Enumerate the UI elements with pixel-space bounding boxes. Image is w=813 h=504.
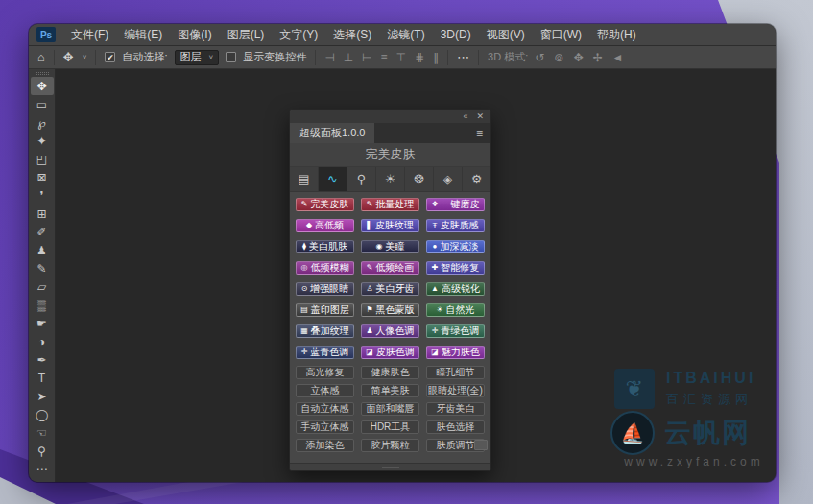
quick-selection-tool-icon[interactable]: ✦ (31, 132, 54, 150)
align-top-icon[interactable]: ≡ (381, 52, 388, 63)
color-action-button[interactable]: ✛ 青绿色调 (426, 324, 485, 338)
show-transform-checkbox[interactable] (226, 52, 236, 62)
menu-item[interactable]: 编辑(E) (116, 24, 170, 46)
plain-action-button[interactable]: 立体感 (296, 384, 354, 397)
menu-item[interactable]: 滤镜(T) (379, 24, 432, 46)
menu-item[interactable]: 3D(D) (433, 24, 479, 46)
plain-action-button[interactable]: 手动立体感 (296, 420, 354, 434)
color-action-button[interactable]: ▦ 叠加纹理 (296, 324, 354, 338)
plain-action-button[interactable]: 面部和嘴唇 (361, 402, 419, 416)
zoom-tool-icon[interactable]: ⚲ (31, 442, 54, 460)
panel-menu-icon[interactable]: ≡ (468, 123, 490, 143)
lasso-tool-icon[interactable]: ℘ (31, 113, 54, 132)
menu-item[interactable]: 选择(S) (325, 24, 379, 46)
scrollbar-thumb[interactable] (474, 440, 488, 450)
color-action-button[interactable]: ◪ 魅力肤色 (426, 346, 485, 359)
collapse-panel-icon[interactable]: « (463, 112, 467, 121)
close-panel-icon[interactable]: ✕ (476, 112, 484, 121)
menu-item[interactable]: 文字(Y) (272, 24, 325, 46)
pulse-tab-icon[interactable]: ∿ (319, 167, 347, 191)
color-action-button[interactable]: ⊙ 增强眼睛 (296, 282, 354, 296)
plain-action-button[interactable]: 肤色选择 (426, 420, 485, 434)
color-action-button[interactable]: ✎ 低频绘画 (361, 261, 419, 275)
menu-item[interactable]: 图像(I) (170, 24, 219, 46)
eyedropper-tool-icon[interactable]: ❜ (31, 186, 54, 204)
plain-action-button[interactable]: 胶片颗粒 (361, 439, 419, 452)
history-brush-tool-icon[interactable]: ✎ (31, 259, 54, 277)
move-tool-preset-icon[interactable]: ✥ (63, 51, 74, 63)
menu-item[interactable]: 视图(V) (479, 24, 533, 46)
document-tab-icon[interactable]: ▤ (290, 167, 319, 191)
move-tool-icon[interactable]: ✥ (31, 77, 54, 95)
crop-tool-icon[interactable]: ◰ (31, 150, 54, 168)
color-action-button[interactable]: ✛ 蓝青色调 (296, 346, 354, 359)
path-selection-tool-icon[interactable]: ➤ (31, 387, 54, 405)
type-tool-icon[interactable]: T (31, 369, 54, 387)
more-options-icon[interactable]: ⋯ (457, 51, 469, 63)
color-action-button[interactable]: ✚ 智能修复 (426, 261, 485, 275)
frame-tool-icon[interactable]: ⊠ (31, 168, 54, 186)
align-right-icon[interactable]: ⊢ (362, 52, 371, 63)
smudge-tool-icon[interactable]: ☛ (31, 314, 54, 332)
color-action-button[interactable]: ▲ 高级锐化 (426, 282, 485, 296)
marquee-tool-icon[interactable]: ▭ (31, 95, 54, 113)
align-left-icon[interactable]: ⊣ (324, 52, 334, 63)
plain-action-button[interactable]: 健康肤色 (361, 366, 419, 379)
plain-action-button[interactable]: 瞳孔细节 (426, 366, 485, 379)
pan-3d-camera-icon[interactable]: ✥ (573, 52, 583, 63)
plain-action-button[interactable]: 自动立体感 (296, 402, 354, 416)
color-action-button[interactable]: ⚑ 黑色蒙版 (361, 303, 419, 317)
color-action-button[interactable]: ✎ 批量处理 (361, 198, 419, 211)
plain-action-button[interactable]: HDR工具 (361, 420, 419, 434)
layer-select[interactable]: 图层 ˅ (175, 50, 220, 65)
menu-item[interactable]: 帮助(H) (589, 24, 644, 46)
distribute-vertical-icon[interactable]: ⊤ (396, 52, 406, 63)
color-action-button[interactable]: ⧫ 美白肌肤 (296, 240, 354, 253)
color-action-button[interactable]: ▤ 盖印图层 (296, 303, 354, 317)
distribute-horizontal-icon[interactable]: ⋕ (415, 52, 424, 63)
clone-stamp-tool-icon[interactable]: ♟ (31, 241, 54, 259)
menu-item[interactable]: 窗口(W) (533, 24, 589, 46)
plain-action-button[interactable]: 添加染色 (296, 439, 354, 452)
color-action-button[interactable]: ◆ 高低频 (296, 219, 354, 232)
color-action-button[interactable]: ◎ 低频模糊 (296, 261, 354, 275)
plain-action-button[interactable]: 简单美肤 (361, 384, 419, 397)
color-action-button[interactable]: Ŧ 皮肤质感 (426, 219, 485, 232)
menu-item[interactable]: 文件(F) (63, 24, 116, 46)
zoom-3d-camera-icon[interactable]: ◄ (612, 52, 624, 63)
color-action-button[interactable]: ▌ 皮肤纹理 (361, 219, 419, 232)
panel-tab-super-panel[interactable]: 超级面板1.0.0 (290, 123, 374, 143)
edit-toolbar-icon[interactable]: ⋯ (31, 460, 54, 478)
plain-action-button[interactable]: 牙齿美白 (426, 402, 485, 416)
color-action-button[interactable]: ◪ 皮肤色调 (361, 346, 419, 359)
auto-select-checkbox[interactable]: ✔ (105, 52, 115, 62)
slide-3d-camera-icon[interactable]: ✢ (592, 52, 602, 63)
color-action-button[interactable]: ● 加深减淡 (426, 240, 485, 253)
healing-brush-tool-icon[interactable]: ⊞ (31, 204, 54, 223)
plain-action-button[interactable]: 眼睛处理(全) (426, 384, 485, 397)
gear-tab-icon[interactable]: ⚙ (463, 167, 490, 191)
color-action-button[interactable]: ♟ 人像色调 (361, 324, 419, 338)
diamond-tab-icon[interactable]: ◈ (434, 167, 463, 191)
color-action-button[interactable]: ☀ 自然光 (426, 303, 485, 317)
gradient-tool-icon[interactable]: ▒ (31, 296, 54, 314)
magnifier-tab-icon[interactable]: ⚲ (347, 167, 376, 191)
brush-tool-icon[interactable]: ✐ (31, 223, 54, 241)
color-wheel-tab-icon[interactable]: ❂ (405, 167, 434, 191)
color-action-button[interactable]: ❖ 一键磨皮 (426, 198, 485, 211)
menu-item[interactable]: 图层(L) (220, 24, 273, 46)
distribute-spacing-icon[interactable]: ∥ (433, 52, 439, 63)
color-action-button[interactable]: ✎ 完美皮肤 (296, 198, 354, 211)
plain-action-button[interactable]: 高光修复 (296, 366, 354, 379)
dodge-tool-icon[interactable]: ◑ (31, 332, 54, 350)
toolbar-grip[interactable] (36, 72, 49, 75)
color-action-button[interactable]: ◉ 美瞳 (361, 240, 419, 253)
chevron-down-icon[interactable]: ˅ (83, 53, 87, 61)
eraser-tool-icon[interactable]: ▱ (31, 277, 54, 296)
hand-tool-icon[interactable]: ☜ (31, 423, 54, 442)
pen-tool-icon[interactable]: ✒ (31, 350, 54, 369)
orbit-3d-camera-icon[interactable]: ↺ (535, 52, 544, 63)
home-icon[interactable]: ⌂ (37, 51, 45, 63)
brightness-tab-icon[interactable]: ☀ (376, 167, 405, 191)
shape-tool-icon[interactable]: ◯ (31, 405, 54, 423)
